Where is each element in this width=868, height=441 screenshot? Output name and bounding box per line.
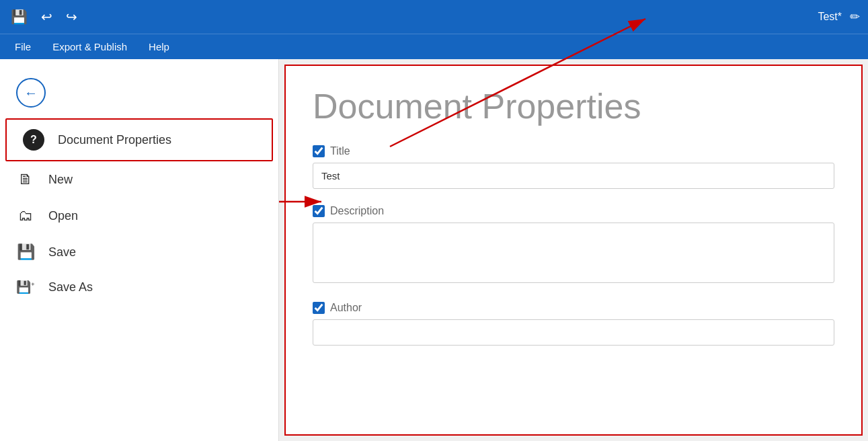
redo-icon[interactable]: ↪: [63, 6, 80, 28]
document-title: Test*: [818, 11, 842, 23]
title-checkbox[interactable]: [313, 145, 325, 157]
author-field-row: Author: [313, 302, 834, 346]
sidebar-item-label-new: New: [48, 173, 73, 187]
back-button-container: ←: [0, 70, 278, 118]
save-sidebar-icon: 💾: [16, 243, 35, 261]
sidebar-item-new[interactable]: 🗎 New: [0, 161, 278, 198]
edit-title-icon[interactable]: ✏: [850, 9, 860, 24]
menu-export-publish[interactable]: Export & Publish: [43, 38, 136, 55]
title-field-row: Title: [313, 145, 834, 189]
title-input[interactable]: [313, 163, 834, 189]
save-icon[interactable]: 💾: [8, 6, 30, 28]
menubar: File Export & Publish Help: [0, 34, 868, 59]
title-label-row: Title: [313, 145, 834, 157]
sidebar-item-label-save-as: Save As: [48, 280, 93, 294]
description-label-row: Description: [313, 205, 834, 217]
description-field-row: Description: [313, 205, 834, 286]
menu-help[interactable]: Help: [139, 38, 179, 55]
save-as-icon: 💾+: [16, 280, 35, 294]
description-checkbox[interactable]: [313, 205, 325, 217]
main-area: ← ? Document Properties 🗎 New 🗂 Open 💾 S…: [0, 59, 868, 441]
sidebar-item-open[interactable]: 🗂 Open: [0, 198, 278, 234]
sidebar-item-document-properties[interactable]: ? Document Properties: [5, 118, 273, 161]
author-label: Author: [330, 302, 362, 314]
sidebar: ← ? Document Properties 🗎 New 🗂 Open 💾 S…: [0, 59, 279, 441]
page-title: Document Properties: [313, 86, 834, 126]
sidebar-item-save[interactable]: 💾 Save: [0, 234, 278, 270]
new-icon: 🗎: [16, 171, 35, 188]
author-label-row: Author: [313, 302, 834, 314]
sidebar-item-label-document-properties: Document Properties: [58, 133, 171, 147]
author-checkbox[interactable]: [313, 302, 325, 314]
description-input[interactable]: [313, 223, 834, 283]
title-label: Title: [330, 145, 350, 157]
sidebar-item-save-as[interactable]: 💾+ Save As: [0, 270, 278, 304]
document-properties-icon: ?: [23, 129, 44, 151]
description-label: Description: [330, 205, 384, 217]
toolbar: 💾 ↩ ↪ Test* ✏: [0, 0, 868, 34]
menu-file[interactable]: File: [5, 38, 40, 55]
author-input[interactable]: [313, 319, 834, 346]
open-icon: 🗂: [16, 207, 35, 225]
sidebar-item-label-save: Save: [48, 245, 76, 259]
content-panel: Document Properties Title Description Au…: [284, 65, 863, 436]
sidebar-item-label-open: Open: [48, 209, 78, 223]
undo-icon[interactable]: ↩: [38, 6, 55, 28]
back-button[interactable]: ←: [16, 78, 46, 108]
